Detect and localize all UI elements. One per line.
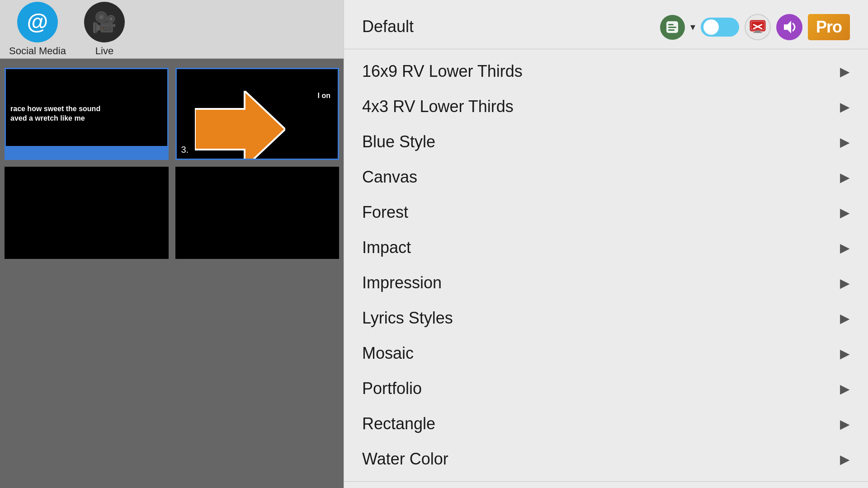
slide-1-text: race how sweet the soundaved a wretch li… <box>10 104 163 123</box>
chevron-right-icon-4x3: ▶ <box>840 99 850 114</box>
slide-thumb-2[interactable]: I on 3. <box>175 68 340 160</box>
menu-item-16x9-label: 16x9 RV Lower Thirds <box>362 62 523 81</box>
propresenter-icon[interactable] <box>660 15 685 40</box>
menu-item-portfolio[interactable]: Portfolio ▶ <box>344 371 868 406</box>
menu-item-blue-style-label: Blue Style <box>362 132 435 151</box>
chevron-right-icon-16x9: ▶ <box>840 64 850 79</box>
svg-rect-10 <box>753 32 762 33</box>
slider-icon[interactable] <box>701 18 739 37</box>
menu-item-impression-label: Impression <box>362 273 442 292</box>
chevron-down-icon-propresenter: ▾ <box>690 21 695 33</box>
menu-item-forest-label: Forest <box>362 203 408 222</box>
chevron-right-icon-blue-style: ▶ <box>840 135 850 150</box>
menu-item-impression[interactable]: Impression ▶ <box>344 265 868 300</box>
chevron-right-icon-portfolio: ▶ <box>840 381 850 396</box>
social-media-icon: @ <box>17 2 58 42</box>
chevron-right-icon-forest: ▶ <box>840 205 850 220</box>
slide-thumb-3[interactable] <box>5 167 169 259</box>
chevron-right-icon-lyrics-styles: ▶ <box>840 311 850 326</box>
slide-thumb-4[interactable] <box>175 167 340 259</box>
menu-item-mosaic-label: Mosaic <box>362 344 414 363</box>
svg-rect-3 <box>668 27 676 28</box>
svg-rect-4 <box>668 29 675 31</box>
social-media-label: Social Media <box>9 45 66 57</box>
menu-item-default-label: Default <box>362 17 414 36</box>
chevron-right-icon-mosaic: ▶ <box>840 346 850 361</box>
menu-item-mosaic[interactable]: Mosaic ▶ <box>344 336 868 371</box>
menu-item-impact[interactable]: Impact ▶ <box>344 230 868 265</box>
slide-2-number: 3. <box>181 145 189 155</box>
slide-1-blue-bar <box>6 146 167 159</box>
menu-item-4x3[interactable]: 4x3 RV Lower Thirds ▶ <box>344 89 868 124</box>
menu-divider-1 <box>344 49 868 49</box>
menu-item-lyrics-styles-label: Lyrics Styles <box>362 309 453 328</box>
menu-item-water-color-label: Water Color <box>362 450 448 469</box>
menu-item-rectangle[interactable]: Rectangle ▶ <box>344 406 868 441</box>
menubar-icons: ▾ Pro <box>660 14 859 41</box>
menu-item-blue-style[interactable]: Blue Style ▶ <box>344 124 868 160</box>
menu-divider-2 <box>344 481 868 482</box>
svg-marker-0 <box>195 91 285 160</box>
svg-rect-2 <box>668 24 674 25</box>
monitor-off-icon[interactable] <box>745 14 771 40</box>
menu-item-16x9[interactable]: 16x9 RV Lower Thirds ▶ <box>344 54 868 89</box>
menu-item-4x3-label: 4x3 RV Lower Thirds <box>362 97 514 116</box>
menu-item-new-template-group[interactable]: New Template Group <box>344 486 868 488</box>
menu-item-impact-label: Impact <box>362 238 411 257</box>
menu-item-rectangle-label: Rectangle <box>362 414 435 433</box>
menu-item-forest[interactable]: Forest ▶ <box>344 195 868 230</box>
audio-icon[interactable] <box>776 14 802 40</box>
arrow-annotation <box>195 91 285 160</box>
slide-thumb-1[interactable]: race how sweet the soundaved a wretch li… <box>5 68 169 160</box>
svg-marker-11 <box>784 21 791 33</box>
menu-item-canvas-label: Canvas <box>362 168 417 187</box>
chevron-right-icon-water-color: ▶ <box>840 452 850 467</box>
dropdown-menu: Default ▶ 16x9 RV Lower Thirds ▶ 4x3 RV … <box>344 0 868 488</box>
menu-item-canvas[interactable]: Canvas ▶ <box>344 160 868 195</box>
live-button[interactable]: 🎥 Live <box>84 2 125 57</box>
chevron-right-icon-impact: ▶ <box>840 240 850 255</box>
chevron-right-icon-impression: ▶ <box>840 276 850 291</box>
svg-rect-9 <box>755 31 760 32</box>
pro-badge: Pro <box>808 14 850 40</box>
slides-panel: race how sweet the soundaved a wretch li… <box>0 59 344 488</box>
chevron-right-icon-rectangle: ▶ <box>840 417 850 432</box>
live-label: Live <box>95 45 113 57</box>
social-media-button[interactable]: @ Social Media <box>9 2 66 57</box>
live-icon: 🎥 <box>84 2 125 42</box>
menu-item-portfolio-label: Portfolio <box>362 379 422 398</box>
chevron-right-icon-canvas: ▶ <box>840 170 850 185</box>
menu-item-lyrics-styles[interactable]: Lyrics Styles ▶ <box>344 300 868 336</box>
menu-item-water-color[interactable]: Water Color ▶ <box>344 441 868 477</box>
